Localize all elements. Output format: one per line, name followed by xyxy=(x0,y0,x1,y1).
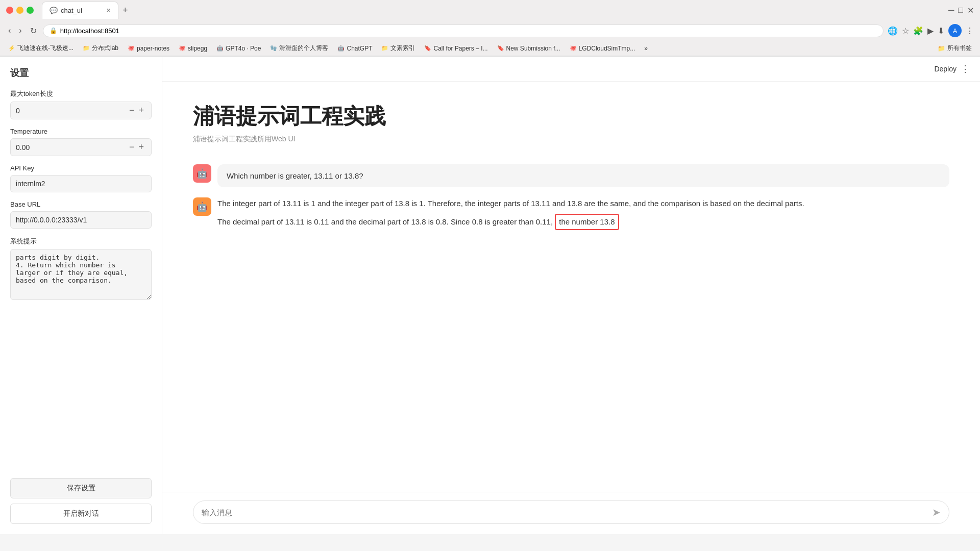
tab-title: chat_ui xyxy=(61,7,82,14)
main-content: Deploy ⋮ 浦语提示词工程实践 浦语提示词工程实践所用Web UI 🤖 W… xyxy=(162,57,980,534)
close-window-button[interactable]: ✕ xyxy=(967,6,974,15)
restore-window-button[interactable]: □ xyxy=(958,6,963,15)
max-token-increase-button[interactable]: + xyxy=(136,105,146,116)
youtube-button[interactable]: ▶ xyxy=(927,26,934,36)
bookmark-feidie[interactable]: ⚡ 飞迪速在线-飞极速... xyxy=(4,42,78,54)
api-key-label: API Key xyxy=(10,164,152,172)
maximize-button[interactable] xyxy=(27,7,34,14)
bookmark-callforpapers[interactable]: 🔖 Call for Papers – I... xyxy=(420,43,492,54)
bot-message-paragraph-2-text: The decimal part of 13.11 is 0.11 and th… xyxy=(217,217,553,226)
system-prompt-input[interactable]: parts digit by digit. 4. Return which nu… xyxy=(10,249,152,300)
minimize-button[interactable] xyxy=(16,7,23,14)
bookmark-slipegg[interactable]: 🐙 slipegg xyxy=(175,43,211,54)
minimize-window-button[interactable]: ─ xyxy=(948,6,954,15)
bookmark-blog[interactable]: 🧤 滑滑蛋的个人博客 xyxy=(266,42,332,54)
all-bookmarks-label: 所有书签 xyxy=(947,44,972,53)
temperature-decrease-button[interactable]: − xyxy=(127,142,137,153)
temperature-increase-button[interactable]: + xyxy=(136,142,146,153)
api-key-group: API Key xyxy=(10,164,152,192)
chat-main-title: 浦语提示词工程实践 xyxy=(193,102,949,131)
bookmark-feidie-label: 飞迪速在线-飞极速... xyxy=(17,44,74,53)
max-token-label: 最大token长度 xyxy=(10,89,152,98)
bookmark-paper-notes-label: paper-notes xyxy=(137,45,169,52)
bookmark-wensuo-icon: 📁 xyxy=(381,45,388,52)
chat-area: 浦语提示词工程实践 浦语提示词工程实践所用Web UI 🤖 Which numb… xyxy=(162,82,980,492)
chat-input[interactable] xyxy=(202,508,928,517)
new-chat-button[interactable]: 开启新对话 xyxy=(10,504,152,524)
save-settings-button[interactable]: 保存设置 xyxy=(10,478,152,498)
bot-message-content: The integer part of 13.11 is 1 and the i… xyxy=(217,197,949,234)
temperature-control: 0.00 − + xyxy=(10,138,152,156)
bookmark-chatgpt[interactable]: 🤖 ChatGPT xyxy=(333,43,376,54)
bookmark-star-button[interactable]: ☆ xyxy=(902,26,909,36)
bookmark-gpt4o-label: GPT4o · Poe xyxy=(226,45,261,52)
reload-button[interactable]: ↻ xyxy=(28,24,39,38)
chat-title-section: 浦语提示词工程实践 浦语提示词工程实践所用Web UI xyxy=(193,102,949,144)
bookmark-wensuo[interactable]: 📁 文素索引 xyxy=(377,42,419,54)
bookmark-fenbu[interactable]: 📁 分布式lab xyxy=(79,42,122,54)
title-bar: 💬 chat_ui ✕ + ─ □ ✕ xyxy=(0,0,980,20)
user-avatar-icon: 🤖 xyxy=(197,168,208,179)
all-bookmarks-button[interactable]: 📁 所有书签 xyxy=(934,42,976,54)
bookmark-gpt4o-icon: 🤖 xyxy=(216,45,224,52)
window-controls xyxy=(6,7,34,14)
bookmark-wensuo-label: 文素索引 xyxy=(390,44,415,53)
user-message-text: Which number is greater, 13.11 or 13.8? xyxy=(227,171,363,180)
bookmark-chatgpt-label: ChatGPT xyxy=(347,45,372,52)
temperature-group: Temperature 0.00 − + xyxy=(10,128,152,156)
forward-button[interactable]: › xyxy=(17,24,23,37)
bot-message-paragraph-2: The decimal part of 13.11 is 0.11 and th… xyxy=(217,214,949,230)
lock-icon: 🔒 xyxy=(50,27,57,34)
profile-button[interactable]: A xyxy=(948,24,962,37)
max-token-value: 0 xyxy=(16,107,127,115)
close-button[interactable] xyxy=(6,7,13,14)
bot-avatar-icon: 🤖 xyxy=(197,201,208,212)
active-tab[interactable]: 💬 chat_ui ✕ xyxy=(42,2,118,19)
bookmark-blog-icon: 🧤 xyxy=(270,45,277,52)
more-bookmarks-button[interactable]: » xyxy=(640,43,652,54)
all-bookmarks-icon: 📁 xyxy=(938,45,945,52)
back-button[interactable]: ‹ xyxy=(6,24,13,37)
temperature-label: Temperature xyxy=(10,128,152,135)
deploy-button[interactable]: Deploy xyxy=(930,63,961,75)
bookmark-fenbu-icon: 📁 xyxy=(83,45,90,52)
main-header: Deploy ⋮ xyxy=(162,57,980,82)
bot-message-paragraph-1: The integer part of 13.11 is 1 and the i… xyxy=(217,197,949,210)
bookmark-chatgpt-icon: 🤖 xyxy=(337,45,345,52)
base-url-label: Base URL xyxy=(10,201,152,208)
app-container: 设置 最大token长度 0 − + Temperature 0.00 − + … xyxy=(0,57,980,534)
system-prompt-label: 系统提示 xyxy=(10,237,152,246)
bookmark-gpt4o[interactable]: 🤖 GPT4o · Poe xyxy=(212,43,265,54)
downloads-button[interactable]: ⬇ xyxy=(938,26,944,36)
more-bookmarks-label: » xyxy=(644,45,648,52)
new-tab-button[interactable]: + xyxy=(118,3,132,18)
address-bar[interactable]: 🔒 http://localhost:8501 xyxy=(43,24,884,37)
bookmark-callforpapers-icon: 🔖 xyxy=(424,45,431,52)
max-token-group: 最大token长度 0 − + xyxy=(10,89,152,119)
tab-close-button[interactable]: ✕ xyxy=(106,7,111,14)
translate-button[interactable]: 🌐 xyxy=(888,26,898,36)
bookmark-slipegg-icon: 🐙 xyxy=(179,45,186,52)
bookmark-callforpapers-label: Call for Papers – I... xyxy=(433,45,487,52)
bookmark-lgdcloud[interactable]: 🐙 LGDCloudSimTmp... xyxy=(566,43,640,54)
bookmark-paper-notes-icon: 🐙 xyxy=(128,45,135,52)
chat-input-area: ➤ xyxy=(162,492,980,534)
api-key-input[interactable] xyxy=(10,175,152,192)
max-token-decrease-button[interactable]: − xyxy=(127,105,137,116)
bookmark-newsubmission[interactable]: 🔖 New Submission f... xyxy=(493,43,565,54)
more-options-button[interactable]: ⋮ xyxy=(961,63,970,74)
bookmark-lgdcloud-icon: 🐙 xyxy=(570,45,577,52)
send-button[interactable]: ➤ xyxy=(932,506,941,518)
bookmark-paper-notes[interactable]: 🐙 paper-notes xyxy=(124,43,174,54)
menu-button[interactable]: ⋮ xyxy=(966,26,974,36)
extension-button[interactable]: 🧩 xyxy=(913,26,923,36)
bookmarks-bar: ⚡ 飞迪速在线-飞极速... 📁 分布式lab 🐙 paper-notes 🐙 … xyxy=(0,41,980,56)
browser-chrome: 💬 chat_ui ✕ + ─ □ ✕ ‹ › ↻ 🔒 http://local… xyxy=(0,0,980,57)
bookmark-feidie-icon: ⚡ xyxy=(8,45,15,52)
tab-favicon: 💬 xyxy=(50,7,58,15)
tab-bar: 💬 chat_ui ✕ + xyxy=(38,2,944,19)
bookmark-lgdcloud-label: LGDCloudSimTmp... xyxy=(579,45,635,52)
bookmark-blog-label: 滑滑蛋的个人博客 xyxy=(279,44,328,53)
base-url-input[interactable] xyxy=(10,211,152,229)
bookmark-newsubmission-icon: 🔖 xyxy=(497,45,504,52)
